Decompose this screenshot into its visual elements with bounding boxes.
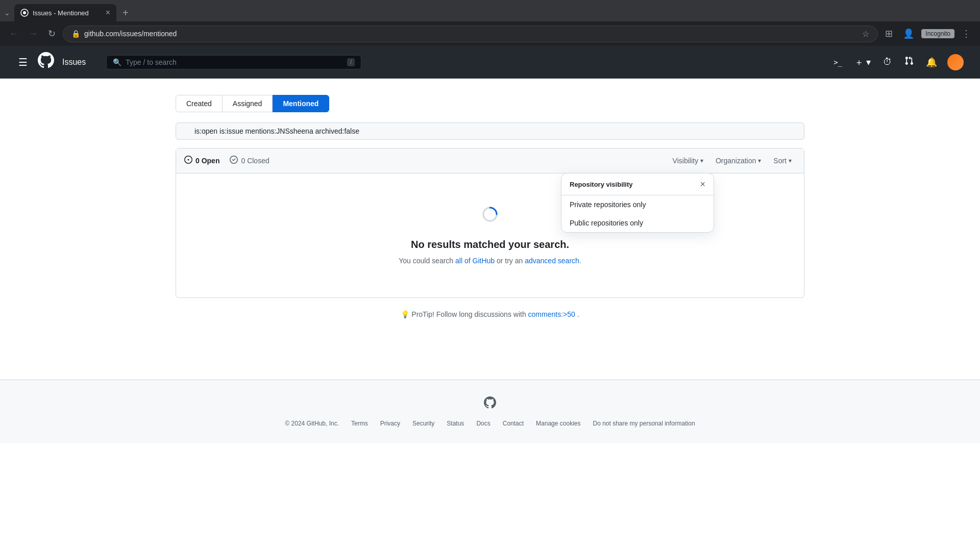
empty-desc: You could search all of GitHub or try an…: [192, 257, 788, 265]
header-actions: >_ ＋ ▾ ⏱ 🔔: [831, 54, 964, 70]
extensions-button[interactable]: ⊞: [882, 26, 896, 41]
all-github-link[interactable]: all of GitHub: [455, 257, 495, 265]
tab-assigned[interactable]: Assigned: [223, 95, 273, 112]
open-count[interactable]: 0 Open: [184, 156, 219, 166]
footer-link-terms[interactable]: Terms: [351, 420, 368, 427]
organization-label: Organization: [716, 157, 756, 165]
address-bar[interactable]: 🔒 github.com/issues/mentioned ☆: [63, 26, 878, 42]
page-title: Issues: [62, 58, 86, 67]
footer-link-security[interactable]: Security: [412, 420, 434, 427]
organization-filter-button[interactable]: Organization ▾: [712, 155, 765, 167]
loading-spinner: [482, 206, 498, 222]
global-search-box[interactable]: 🔍 Type / to search /: [106, 55, 361, 69]
tab-bar: ⌄ Issues - Mentioned × +: [0, 0, 980, 21]
github-page: ☰ Issues 🔍 Type / to search / >_ ＋ ▾ ⏱: [0, 46, 980, 551]
protip-icon: 💡: [401, 310, 409, 318]
dropdown-item-private[interactable]: Private repositories only: [561, 195, 714, 214]
github-footer: © 2024 GitHub, Inc. Terms Privacy Securi…: [0, 380, 980, 443]
terminal-button[interactable]: >_: [831, 55, 844, 69]
lock-icon: 🔒: [71, 30, 80, 38]
dropdown-close-button[interactable]: ×: [700, 180, 705, 189]
main-content: Created Assigned Mentioned 🔍 0 Open: [163, 79, 817, 347]
dropdown-panel: Repository visibility × Private reposito…: [561, 173, 714, 233]
notifications-button[interactable]: 🔔: [924, 55, 939, 70]
issues-list-header: 0 Open 0 Closed Visibility ▾: [176, 148, 804, 173]
footer-link-privacy-personal[interactable]: Do not share my personal information: [593, 420, 695, 427]
protip-link[interactable]: comments:>50: [528, 310, 575, 318]
visibility-dropdown: Repository visibility × Private reposito…: [561, 173, 714, 233]
closed-icon: [230, 156, 238, 166]
closed-count-label: 0 Closed: [241, 157, 269, 165]
timer-button[interactable]: ⏱: [881, 55, 894, 69]
header-left: ☰ Issues: [16, 52, 86, 72]
profile-button[interactable]: 👤: [900, 26, 917, 41]
protip: 💡 ProTip! Follow long discussions with c…: [176, 298, 804, 331]
reload-button[interactable]: ↻: [45, 26, 59, 41]
pr-button[interactable]: [902, 54, 916, 70]
svg-point-1: [23, 11, 26, 14]
tab-created[interactable]: Created: [176, 95, 223, 112]
hamburger-icon: ☰: [18, 57, 28, 68]
footer-copyright: © 2024 GitHub, Inc.: [285, 420, 339, 427]
advanced-search-link[interactable]: advanced search: [525, 257, 579, 265]
footer-link-docs[interactable]: Docs: [476, 420, 490, 427]
search-placeholder: Type / to search: [126, 58, 177, 66]
issues-list-container: 0 Open 0 Closed Visibility ▾: [176, 148, 804, 298]
browser-toolbar: ← → ↻ 🔒 github.com/issues/mentioned ☆ ⊞ …: [0, 21, 980, 46]
plus-button[interactable]: ＋ ▾: [852, 54, 873, 70]
browser-chrome: ⌄ Issues - Mentioned × + ← → ↻ 🔒 github.…: [0, 0, 980, 46]
issues-filters: Visibility ▾ Organization ▾ Sort ▾: [669, 155, 796, 167]
hamburger-button[interactable]: ☰: [16, 54, 30, 70]
menu-button[interactable]: ⋮: [959, 26, 974, 41]
toolbar-right: ⊞ 👤 Incognito ⋮: [882, 26, 974, 41]
footer-inner: © 2024 GitHub, Inc. Terms Privacy Securi…: [163, 396, 817, 427]
url-text: github.com/issues/mentioned: [84, 30, 858, 38]
open-icon: [184, 156, 192, 166]
dropdown-title: Repository visibility: [570, 181, 633, 188]
terminal-icon: >_: [834, 58, 842, 66]
tab-favicon: [20, 9, 29, 17]
footer-link-contact[interactable]: Contact: [503, 420, 524, 427]
header-search: 🔍 Type / to search /: [106, 55, 811, 69]
new-tab-button[interactable]: +: [118, 5, 133, 21]
forward-button[interactable]: →: [26, 27, 41, 41]
sort-label: Sort: [773, 157, 787, 165]
sort-filter-button[interactable]: Sort ▾: [769, 155, 796, 167]
tab-close-button[interactable]: ×: [106, 9, 110, 17]
github-logo[interactable]: [38, 52, 54, 72]
back-button[interactable]: ←: [6, 27, 21, 41]
visibility-label: Visibility: [673, 157, 698, 165]
footer-links: © 2024 GitHub, Inc. Terms Privacy Securi…: [285, 420, 695, 427]
footer-logo: [484, 396, 496, 412]
tab-history-button[interactable]: ⌄: [4, 9, 10, 17]
incognito-badge: Incognito: [921, 29, 954, 38]
empty-desc-suffix: .: [579, 257, 581, 265]
visibility-filter-button[interactable]: Visibility ▾: [669, 155, 707, 167]
issues-tabs: Created Assigned Mentioned: [176, 95, 804, 112]
search-wrapper: 🔍: [176, 122, 804, 140]
footer-link-privacy[interactable]: Privacy: [380, 420, 400, 427]
issues-search-input[interactable]: [176, 122, 804, 140]
bell-icon: 🔔: [926, 57, 937, 67]
organization-chevron: ▾: [758, 157, 761, 164]
protip-text-suffix: .: [577, 310, 579, 318]
active-tab[interactable]: Issues - Mentioned ×: [14, 4, 116, 21]
dropdown-header: Repository visibility ×: [561, 173, 714, 195]
footer-link-status[interactable]: Status: [447, 420, 464, 427]
tab-mentioned[interactable]: Mentioned: [273, 95, 329, 112]
tab-list: Issues - Mentioned ×: [14, 4, 116, 21]
empty-title: No results matched your search.: [192, 239, 788, 251]
dropdown-item-public[interactable]: Public repositories only: [561, 214, 714, 232]
search-icon: 🔍: [113, 58, 121, 66]
bookmark-icon[interactable]: ☆: [862, 29, 869, 39]
protip-text-prefix: ProTip! Follow long discussions with: [411, 310, 528, 318]
search-shortcut: /: [347, 58, 355, 66]
footer-link-cookies[interactable]: Manage cookies: [536, 420, 580, 427]
tab-title: Issues - Mentioned: [33, 9, 102, 17]
plus-icon: ＋ ▾: [854, 57, 871, 67]
avatar[interactable]: [947, 54, 964, 70]
issues-search-wrapper: 🔍: [176, 122, 804, 140]
closed-count[interactable]: 0 Closed: [230, 156, 269, 166]
open-count-label: 0 Open: [195, 157, 219, 165]
empty-desc-middle: or try an: [495, 257, 525, 265]
